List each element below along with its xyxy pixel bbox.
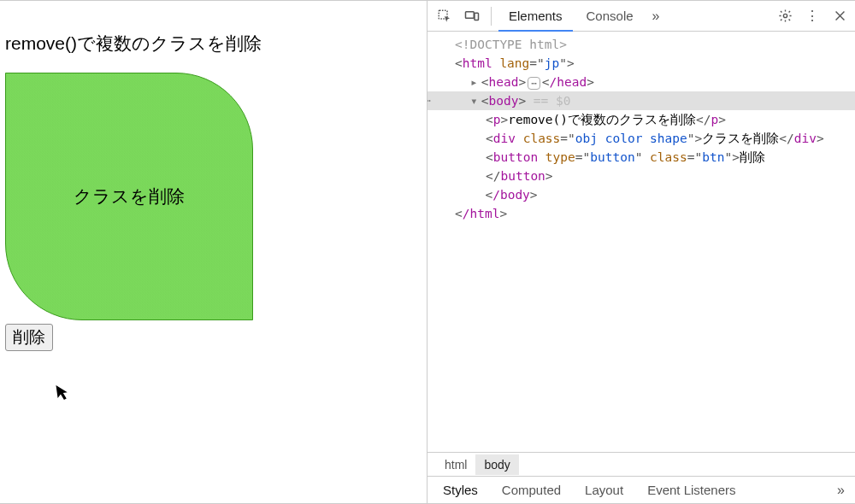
dom-line-body-open[interactable]: ⋯<body> == $0 [428, 91, 855, 110]
svg-rect-1 [466, 11, 475, 18]
dom-line-p[interactable]: <p>remove()で複数のクラスを削除</p> [428, 110, 855, 129]
cursor-icon [55, 383, 71, 406]
kebab-menu-icon[interactable]: ⋮ [802, 6, 823, 26]
tab-layout[interactable]: Layout [573, 477, 635, 504]
rendered-page-pane: remove()で複数のクラスを削除 クラスを削除 削除 [0, 0, 428, 504]
devtools-toolbar: Elements Console » ⋮ [428, 1, 855, 32]
svg-rect-2 [475, 13, 479, 20]
device-toolbar-icon[interactable] [460, 4, 484, 28]
dom-tree[interactable]: <!DOCTYPE html> <html lang="jp"> <head>⋯… [428, 32, 855, 452]
dom-line-body-close[interactable]: </body> [428, 185, 855, 204]
page-title: remove()で複数のクラスを削除 [5, 32, 422, 56]
dom-line-html-close[interactable]: </html> [428, 204, 855, 223]
tab-console[interactable]: Console [576, 1, 644, 32]
demo-box: クラスを削除 [5, 73, 253, 320]
dom-line-div[interactable]: <div class="obj color shape">クラスを削除</div… [428, 129, 855, 148]
more-tabs-icon[interactable]: » [647, 9, 665, 24]
inspect-element-icon[interactable] [433, 4, 457, 28]
delete-button[interactable]: 削除 [5, 324, 53, 351]
dom-line-head[interactable]: <head>⋯</head> [428, 73, 855, 91]
dom-line-html-open[interactable]: <html lang="jp"> [428, 54, 855, 73]
tab-event-listeners[interactable]: Event Listeners [635, 477, 747, 504]
tab-styles[interactable]: Styles [431, 477, 490, 504]
svg-point-3 [783, 14, 787, 17]
toolbar-divider [491, 7, 492, 26]
dom-line-button-open[interactable]: <button type="button" class="btn">削除 [428, 148, 855, 167]
devtools-panel: Elements Console » ⋮ <!DOCTYPE html> <ht… [428, 0, 855, 504]
dom-line-button-close[interactable]: </button> [428, 167, 855, 185]
close-icon[interactable] [829, 6, 850, 26]
dom-line-doctype[interactable]: <!DOCTYPE html> [428, 35, 855, 54]
tab-elements[interactable]: Elements [498, 1, 573, 32]
breadcrumb-body[interactable]: body [475, 454, 518, 475]
breadcrumb-html[interactable]: html [436, 454, 475, 475]
gear-icon[interactable] [775, 6, 795, 26]
styles-tabbar: Styles Computed Layout Event Listeners » [428, 476, 855, 503]
demo-box-text: クラスを削除 [74, 185, 185, 208]
breadcrumb: html body [428, 452, 855, 476]
more-style-tabs-icon[interactable]: » [830, 483, 852, 498]
tab-computed[interactable]: Computed [490, 477, 573, 504]
